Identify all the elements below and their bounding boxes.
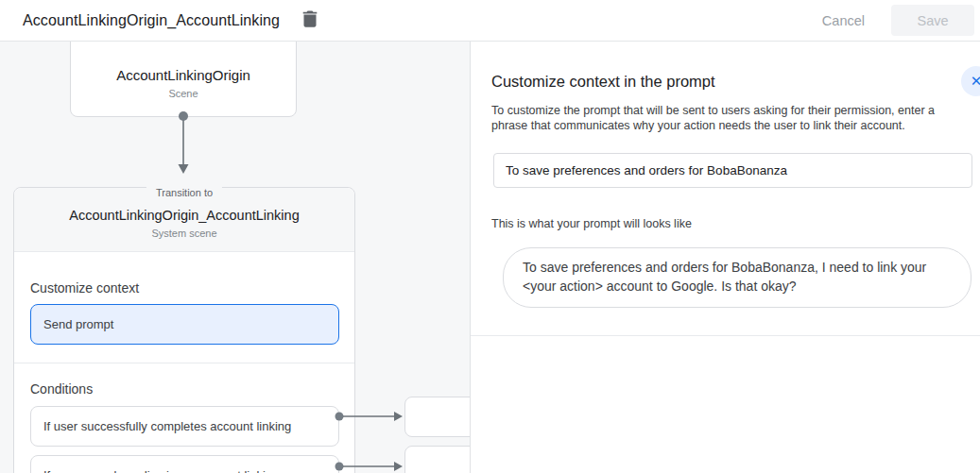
node-subtitle: Scene — [71, 88, 296, 99]
page-title: AccountLinkingOrigin_AccountLinking — [23, 12, 280, 29]
panel-title: Customize context in the prompt — [491, 73, 980, 91]
customize-context-heading: Customize context — [30, 252, 354, 296]
cancel-button[interactable]: Cancel — [817, 6, 870, 36]
close-icon: ✕ — [971, 73, 980, 89]
send-prompt-button[interactable]: Send prompt — [30, 304, 339, 345]
scene-flow-canvas: AccountLinkingOrigin Scene AccountLinkin… — [0, 42, 470, 473]
trash-icon — [302, 10, 318, 30]
transition-target-node[interactable] — [404, 397, 470, 437]
preview-text: To save preferences and orders for BobaB… — [523, 258, 948, 296]
header-bar: AccountLinkingOrigin_AccountLinking Canc… — [0, 0, 980, 42]
save-button[interactable]: Save — [891, 5, 974, 36]
condition-cancel-item[interactable]: If user cancels or dismisses account lin… — [30, 455, 339, 473]
panel-description: To customize the prompt that will be sen… — [491, 103, 969, 133]
context-phrase-input[interactable] — [493, 153, 972, 188]
node-title: AccountLinkingOrigin — [71, 67, 296, 83]
node-account-linking-origin[interactable]: AccountLinkingOrigin Scene — [70, 42, 297, 117]
transition-target-node[interactable] — [404, 446, 470, 473]
panel-divider — [471, 335, 980, 336]
origin-output-port — [179, 111, 188, 121]
delete-scene-button[interactable] — [297, 8, 323, 34]
customize-context-panel: ✕ Customize context in the prompt To cus… — [470, 42, 980, 473]
close-panel-button[interactable]: ✕ — [961, 66, 980, 96]
transition-to-label: Transition to — [146, 187, 222, 198]
condition-success-item[interactable]: If user successfully completes account l… — [30, 406, 339, 447]
conditions-heading: Conditions — [30, 363, 354, 397]
header-actions: Cancel Save — [817, 5, 974, 36]
prompt-preview-bubble: To save preferences and orders for BobaB… — [503, 247, 971, 308]
transition-arrow — [176, 120, 191, 175]
preview-label: This is what your prompt will looks like — [491, 217, 980, 230]
node-account-linking-scene[interactable]: AccountLinkingOrigin_AccountLinking Syst… — [13, 187, 355, 473]
scene-node-subtitle: System scene — [14, 228, 354, 239]
